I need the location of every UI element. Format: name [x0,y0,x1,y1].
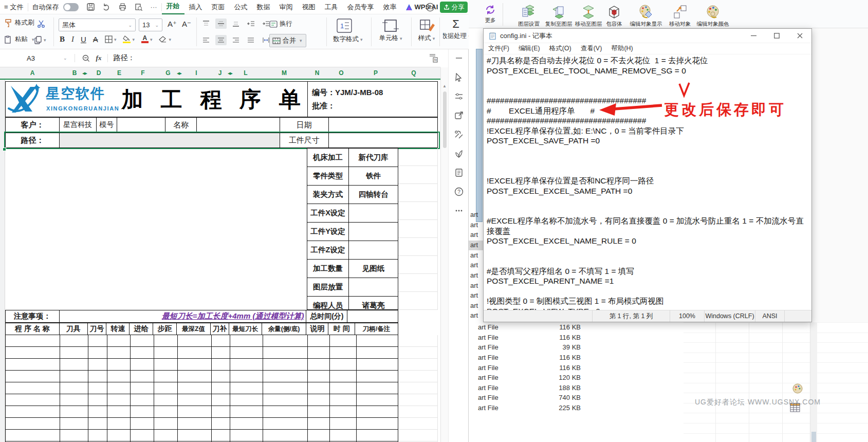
strikethrough-button[interactable]: A [93,35,98,44]
nx-tool-edit-object-color[interactable]: 编辑对象颜色 [695,4,731,28]
align-right-button[interactable] [230,35,242,45]
hidden-column-icon[interactable]: ◀▶ [228,71,232,76]
format-painter-button[interactable]: 格式刷 [4,19,34,27]
tab-member[interactable]: 会员专享 [343,0,379,14]
menu-view[interactable]: 查看(V) [576,44,607,53]
align-bottom-button[interactable] [230,19,242,29]
tab-insert[interactable]: 插入 [184,0,207,14]
menu-format[interactable]: 格式(O) [545,44,576,53]
info-value[interactable] [349,223,398,241]
minimize-button[interactable] [742,29,765,43]
save-button[interactable] [83,0,99,14]
number-format-button[interactable]: 1 数字格式▾ [333,19,363,44]
undo-button[interactable] [99,0,115,14]
fx-icon[interactable]: fx [96,54,102,62]
col-stepover[interactable]: 步距 [153,323,177,335]
tab-efficiency[interactable]: 效率 [379,0,401,14]
col-holder-remark[interactable]: 刀柄/备注 [355,323,398,335]
copy-button[interactable]: ▾ [34,36,46,44]
col-feed[interactable]: 进给 [130,323,153,335]
hidden-column-icon[interactable]: ◀▶ [82,71,87,76]
decrease-font-button[interactable]: A⁻ [182,20,191,29]
tab-formula[interactable]: 公式 [230,0,252,14]
help-icon[interactable]: ? [454,187,464,196]
notes-label-cell[interactable]: 注意事项： [6,310,60,322]
mold-label-cell[interactable]: 模号 [97,118,118,132]
collapse-icon[interactable] [455,57,463,60]
background-scrollbar[interactable] [810,322,817,442]
column-headers[interactable]: A B ◀▶ D E F G ◀▶ I J ◀▶ L M N O P Q [0,67,440,80]
col-min-tool-len[interactable]: 最短刀长 [229,323,262,335]
col-deepest-z[interactable]: 最深Z值 [177,323,211,335]
file-menu[interactable]: ≡ 文件 [0,0,28,14]
list-item[interactable]: art File120 KB [469,373,684,383]
size-label-cell[interactable]: 工件尺寸 [280,133,329,148]
notepad-text-area[interactable]: #刀具名称是否自动去掉火花位 0 = 不去火花位 1 = 去掉火花位 POST_… [484,53,811,310]
info-label[interactable]: 加工数量 [307,260,349,278]
date-label-cell[interactable]: 日期 [280,118,329,132]
total-time-value-cell[interactable] [347,310,398,322]
tab-review[interactable]: 审阅 [275,0,298,14]
wps-ai-button[interactable]: WPS AI [401,0,442,14]
hidden-column-icon[interactable]: ◀▶ [177,71,181,76]
info-value[interactable] [349,241,398,259]
cells-button[interactable]: 单元格▾ [377,19,404,43]
tab-home[interactable]: 开始 [162,0,184,15]
tools-icon[interactable] [454,130,464,139]
file-name-sliver[interactable]: art [470,211,483,218]
name-label-cell[interactable]: 名称 [165,118,197,132]
file-name-sliver[interactable]: art [470,221,483,229]
tab-data[interactable]: 数据 [252,0,275,14]
row-headers[interactable] [0,80,5,442]
file-name-sliver[interactable]: art [470,231,483,238]
customer-value-cell[interactable]: 星宫科技 [60,118,97,132]
nx-tool-copy-to-layer[interactable]: 复制至图层 [544,4,574,28]
col-tool-no[interactable]: 刀号 [88,323,107,335]
file-name-sliver[interactable]: art [470,241,483,249]
paste-button[interactable]: 粘贴▾ [4,35,34,44]
nx-tool-bounding-body[interactable]: 包容体 [601,4,627,28]
file-name-sliver[interactable]: art [470,291,483,299]
info-label[interactable]: 零件类型 [307,167,349,185]
print-button[interactable] [115,0,131,14]
info-value[interactable]: 四轴转台 [349,186,398,204]
nx-tool-layer-settings[interactable]: 图层设置 [514,4,544,28]
zoom-formula-icon[interactable] [82,54,90,62]
list-item[interactable]: art File740 KB [469,393,684,403]
list-item[interactable]: art File116 KB [469,333,684,343]
fill-color-button[interactable]: ▾ [123,35,135,44]
underline-button[interactable]: U [81,35,86,44]
chevron-down-icon[interactable]: ⌄ [63,56,67,61]
share-button[interactable]: 分享 [440,2,468,13]
size-value-cell[interactable] [329,133,438,148]
font-color-button[interactable]: A ▾ [141,35,153,43]
align-justify-button[interactable] [245,35,256,45]
close-button[interactable] [788,29,811,43]
plant-icon[interactable] [454,149,464,158]
col-comp[interactable]: 刀补 [211,323,229,335]
date-value-cell[interactable] [329,118,438,132]
select-cursor-icon[interactable] [454,73,464,82]
list-item[interactable]: art File116 KB [469,322,684,333]
file-name-sliver[interactable]: art [470,311,483,319]
autosave-toggle[interactable] [63,3,79,11]
formula-expand-icon[interactable]: fx [429,53,438,63]
list-item[interactable]: art File225 KB [469,403,684,413]
name-value-cell[interactable] [197,118,280,132]
cut-button[interactable] [37,20,46,28]
col-tool[interactable]: 刀具 [60,323,88,335]
tab-view[interactable]: 视图 [298,0,320,14]
menu-help[interactable]: 帮助(H) [606,44,637,53]
nx-tool-edit-object-display[interactable]: 编辑对象显示 [629,4,663,28]
tab-page[interactable]: 页面 [207,0,230,14]
increase-font-button[interactable]: A⁺ [168,20,177,29]
list-item[interactable]: art File116 KB [469,362,684,373]
info-label[interactable]: 装夹方式 [307,186,349,204]
tab-tools[interactable]: 工具 [320,0,343,14]
file-name-sliver[interactable]: art [470,302,483,309]
notebook-icon[interactable] [454,168,464,177]
col-time[interactable]: 时 间 [328,323,355,335]
info-value[interactable]: 见图纸 [349,260,398,278]
bold-button[interactable]: B [60,35,65,44]
info-value[interactable] [349,204,398,222]
